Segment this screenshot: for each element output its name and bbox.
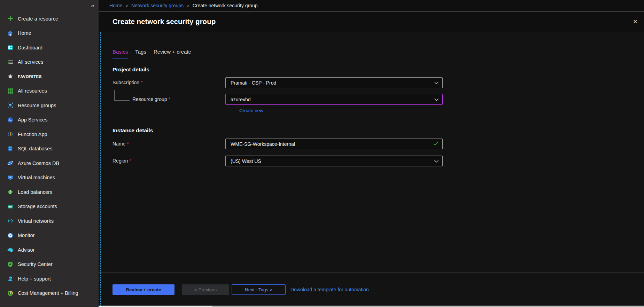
name-input[interactable]: WME-SG-Workspace-Internal: [225, 139, 443, 149]
region-row: Region* (US) West US: [112, 156, 644, 166]
review-create-button[interactable]: Review + create: [112, 284, 174, 295]
sidebar-item-security-center[interactable]: Security Center: [0, 257, 99, 272]
subscription-label-text: Subscription: [112, 80, 139, 85]
region-dropdown[interactable]: (US) West US: [225, 156, 443, 166]
next-tags-button[interactable]: Next : Tags >: [232, 284, 286, 295]
grid-icon: [7, 88, 13, 94]
main-panel: Home > Network security groups > Create …: [99, 0, 644, 307]
help-support-person-icon: [7, 276, 13, 282]
sidebar-item-monitor[interactable]: Monitor: [0, 228, 99, 243]
app-services-globe-icon: [7, 117, 13, 123]
breadcrumb: Home > Network security groups > Create …: [99, 0, 644, 11]
breadcrumb-separator: >: [187, 3, 189, 8]
sidebar-item-function-app[interactable]: Function App: [0, 127, 99, 142]
region-label-text: Region: [112, 158, 128, 164]
sidebar-item-label: Advisor: [18, 247, 34, 253]
star-icon: [7, 73, 13, 79]
download-template-link[interactable]: Download a template for automation: [290, 284, 369, 295]
sidebar-item-all-resources[interactable]: All resources: [0, 84, 99, 99]
horizontal-scrollbar[interactable]: [99, 306, 644, 307]
breadcrumb-nsg-link[interactable]: Network security groups: [131, 3, 184, 8]
sidebar-item-label: All resources: [18, 88, 47, 94]
sidebar-item-advisor[interactable]: Advisor: [0, 243, 99, 257]
required-asterisk: *: [169, 96, 170, 102]
sidebar-item-label: Resource groups: [18, 103, 56, 108]
sidebar-item-app-services[interactable]: App Services: [0, 113, 99, 127]
sidebar-item-virtual-machines[interactable]: Virtual machines: [0, 171, 99, 185]
plus-icon: [7, 16, 13, 22]
subscription-value: Pramati - CSP - Prod: [231, 80, 434, 86]
blade-footer: Review + create < Previous Next : Tags >…: [99, 273, 644, 307]
sidebar-item-label: Storage accounts: [18, 204, 57, 209]
sidebar-item-help-support[interactable]: Help + support: [0, 271, 99, 286]
sidebar-item-label: Dashboard: [18, 45, 42, 50]
sidebar-favorites-header: FAVORITES: [0, 69, 99, 84]
sidebar-item-azure-cosmos-db[interactable]: Azure Cosmos DB: [0, 156, 99, 171]
sidebar-item-create-a-resource[interactable]: Create a resource: [0, 11, 99, 26]
resource-group-label-text: Resource group: [132, 96, 167, 102]
sidebar-header: «: [0, 0, 99, 11]
tab-tags[interactable]: Tags: [135, 49, 146, 58]
scrollbar-track: [212, 306, 644, 307]
chevron-down-icon: [434, 158, 439, 164]
sidebar-item-label: Monitor: [18, 233, 34, 238]
security-shield-icon: [7, 261, 13, 267]
resource-group-row: Resource group* azurevhd: [112, 94, 644, 105]
project-details-rows: Subscription* Pramati - CSP - Prod Resou…: [112, 77, 644, 113]
name-label: Name*: [112, 139, 225, 149]
sidebar-item-label: Create a resource: [18, 16, 58, 22]
create-new-link[interactable]: Create new: [239, 108, 263, 113]
sidebar-item-virtual-networks[interactable]: Virtual networks: [0, 214, 99, 228]
resource-group-cube-icon: [7, 102, 13, 108]
instance-details-rows: Name* WME-SG-Workspace-Internal Region* …: [112, 139, 644, 166]
sidebar-collapse-icon[interactable]: «: [91, 3, 94, 9]
name-label-text: Name: [112, 141, 125, 147]
svg-text:$: $: [10, 292, 11, 295]
sidebar-item-load-balancers[interactable]: Load balancers: [0, 185, 99, 199]
previous-button[interactable]: < Previous: [182, 284, 229, 295]
resource-group-dropdown[interactable]: azurevhd: [225, 94, 443, 105]
cost-management-donut-icon: $: [7, 290, 13, 296]
subscription-dropdown[interactable]: Pramati - CSP - Prod: [225, 77, 443, 88]
sidebar-item-label: FAVORITES: [18, 74, 42, 79]
sidebar-item-label: SQL databases: [18, 146, 52, 151]
sidebar-item-label: Security Center: [18, 261, 53, 267]
sidebar-item-label: App Services: [18, 117, 47, 123]
required-asterisk: *: [127, 141, 129, 147]
svg-text:SQL: SQL: [8, 149, 12, 150]
breadcrumb-home-link[interactable]: Home: [109, 3, 122, 8]
virtual-network-brackets-icon: [7, 218, 13, 224]
sidebar-item-home[interactable]: Home: [0, 26, 99, 41]
sidebar-item-storage-accounts[interactable]: Storage accounts: [0, 199, 99, 214]
chevron-down-icon: [434, 80, 439, 86]
blade-title-bar: Create network security group ✕: [99, 11, 644, 32]
cosmos-db-planet-icon: [7, 160, 13, 166]
name-row: Name* WME-SG-Workspace-Internal: [112, 139, 644, 149]
sidebar-item-sql-databases[interactable]: SQL SQL databases: [0, 142, 99, 156]
subscription-row: Subscription* Pramati - CSP - Prod: [112, 77, 644, 88]
project-details-heading: Project details: [112, 67, 644, 72]
breadcrumb-current: Create network security group: [193, 3, 258, 8]
tab-review-create[interactable]: Review + create: [154, 49, 191, 58]
sql-database-icon: SQL: [7, 146, 13, 152]
sidebar-item-label: Virtual machines: [18, 175, 55, 180]
region-value: (US) West US: [231, 158, 434, 164]
sidebar-item-all-services[interactable]: All services: [0, 55, 99, 70]
storage-account-icon: [7, 204, 13, 210]
name-value: WME-SG-Workspace-Internal: [231, 141, 433, 147]
tab-basics[interactable]: Basics: [112, 49, 128, 58]
sidebar: « Create a resource Home Dashboard All s…: [0, 0, 99, 307]
load-balancer-diamond-icon: [7, 189, 13, 195]
resource-group-label: Resource group*: [112, 94, 225, 105]
valid-check-icon: [433, 141, 439, 147]
sidebar-item-resource-groups[interactable]: Resource groups: [0, 98, 99, 113]
page-title: Create network security group: [112, 17, 216, 26]
scrollbar-thumb[interactable]: [99, 306, 212, 307]
resource-group-value: azurevhd: [231, 97, 434, 102]
virtual-machine-monitor-icon: [7, 175, 13, 181]
sidebar-item-label: Azure Cosmos DB: [18, 160, 59, 166]
sidebar-item-cost-management-billing[interactable]: $ Cost Management + Billing: [0, 286, 99, 301]
sidebar-item-dashboard[interactable]: Dashboard: [0, 40, 99, 55]
close-icon[interactable]: ✕: [631, 17, 640, 27]
sidebar-item-label: Function App: [18, 132, 47, 137]
